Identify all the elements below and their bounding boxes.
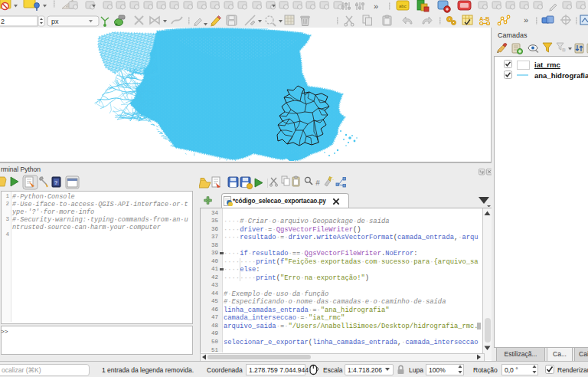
svg-text:?: ?: [54, 180, 57, 185]
svg-text:»: »: [374, 2, 378, 11]
svg-text:px: px: [51, 18, 59, 25]
svg-text:2: 2: [1, 18, 5, 25]
svg-text:»: »: [524, 15, 528, 25]
svg-text:⦻: ⦻: [562, 47, 566, 52]
svg-text:abc: abc: [399, 4, 407, 8]
svg-text:A-B: A-B: [479, 15, 490, 22]
